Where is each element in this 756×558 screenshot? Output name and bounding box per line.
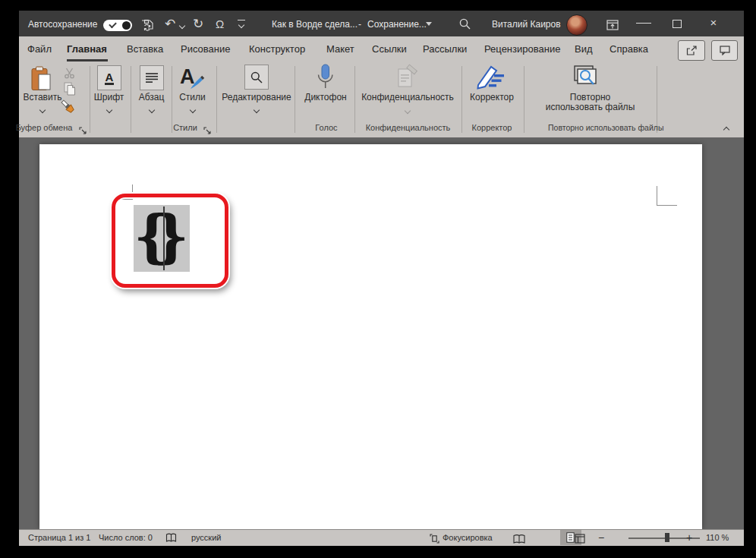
web-layout-button[interactable] [575,533,585,547]
format-painter-icon [60,99,78,117]
focus-label[interactable]: Фокусировка [443,533,493,542]
sensitivity-button[interactable] [395,64,418,91]
paste-icon [31,66,52,91]
zoom-slider-thumb[interactable] [665,533,669,542]
proofing-book-icon [165,533,177,543]
tab-review[interactable]: Рецензирование [484,43,560,55]
font-button[interactable]: А [97,65,121,90]
paste-label: Вставить [21,92,64,102]
title-separator: - [358,19,361,30]
focus-button[interactable] [430,533,439,547]
tab-insert[interactable]: Вставка [127,43,163,55]
special-characters-button[interactable]: Ω [216,17,224,30]
minimize-button[interactable] [636,23,651,24]
group-separator [461,66,462,133]
read-mode-icon [513,534,525,544]
maximize-button[interactable] [673,20,682,28]
sensitivity-label: Конфиденциальность [358,92,457,102]
sensitivity-icon [395,64,418,88]
editor-button[interactable] [474,65,505,93]
title-dropdown-icon[interactable] [426,22,432,26]
zoom-level[interactable]: 110 % [706,533,729,542]
zoom-out-button[interactable]: − [598,531,604,544]
editing-button[interactable] [244,65,269,90]
undo-dropdown-icon[interactable] [179,23,185,29]
tab-file[interactable]: Файл [27,43,52,55]
read-mode-button[interactable] [513,533,525,547]
font-label: Шрифт [88,92,130,102]
editing-label: Редактирование [222,92,291,102]
copy-button[interactable] [64,82,76,99]
group-separator [524,66,524,133]
styles-group-label: Стили [169,123,202,132]
user-name[interactable]: Виталий Каиров [492,19,561,30]
voice-group-label: Голос [312,123,341,132]
group-separator [354,66,355,133]
font-icon: А [105,71,115,85]
copy-icon [64,82,76,96]
paragraph-label: Абзац [131,92,172,102]
reuse-files-label: Повторно использовать файлы [544,93,636,112]
group-separator [295,66,295,133]
format-painter-button[interactable] [60,99,78,120]
clipboard-group-label: Буфер обмена [11,123,77,132]
dictate-label: Диктофон [301,92,350,102]
editor-group-label: Корректор [467,123,517,132]
tab-help[interactable]: Справка [610,43,648,55]
margin-mark-top-right-v [657,186,657,206]
title-bar: Автосохранение ↶ ↻ Ω Как в Ворде сдела..… [19,11,744,36]
document-save-status[interactable]: Сохранение... [367,19,427,30]
tab-mailings[interactable]: Рассылки [423,43,467,55]
undo-button[interactable]: ↶ [165,16,175,32]
page-info[interactable]: Страница 1 из 1 [28,533,90,542]
close-button[interactable]: × [706,16,721,29]
status-bar: Страница 1 из 1 Число слов: 0 русский Фо… [19,529,744,546]
print-layout-icon [566,532,575,543]
dialog-launcher-icon [203,127,211,134]
ribbon-display-options-button[interactable] [606,20,619,33]
styles-dialog-launcher[interactable] [203,124,211,137]
reuse-files-icon [574,65,599,89]
save-icon [141,19,155,31]
redo-button[interactable]: ↻ [193,16,203,32]
tab-design[interactable]: Конструктор [249,43,305,55]
tab-view[interactable]: Вид [575,43,593,55]
avatar[interactable] [566,14,587,36]
comments-button[interactable] [711,40,738,61]
cut-button[interactable] [64,68,75,82]
annotation-highlight-box [112,194,228,288]
share-button[interactable] [678,40,705,61]
proofing-button[interactable] [165,532,177,546]
save-button[interactable] [141,19,155,34]
active-tab-underline [67,59,108,61]
search-icon [459,18,471,30]
zoom-in-button[interactable]: + [686,531,692,544]
editor-label: Корректор [466,92,518,102]
reuse-files-button[interactable] [574,65,599,92]
styles-label: Стили [172,92,213,102]
ribbon-tab-row: Файл Главная Вставка Рисование Конструкт… [19,36,744,63]
language-selector[interactable]: русский [191,533,221,542]
tab-layout[interactable]: Макет [326,43,354,55]
document-title: Как в Ворде сдела... [272,19,358,30]
word-count[interactable]: Число слов: 0 [99,533,153,542]
scissors-icon [64,68,75,79]
toggle-knob [122,21,131,30]
comments-icon [720,46,730,55]
tab-home[interactable]: Главная [67,43,107,55]
clipboard-dialog-launcher[interactable] [79,124,87,137]
styles-button[interactable]: А [180,66,206,90]
margin-mark-top-right-h [657,205,677,206]
autosave-label: Автосохранение [28,19,97,30]
qat-dropdown-button[interactable] [238,20,245,20]
paragraph-button[interactable] [140,65,164,90]
dictate-button[interactable] [317,64,334,95]
tab-draw[interactable]: Рисование [181,43,230,55]
dictate-icon [317,64,334,92]
reuse-files-group-label: Повторно использовать файлы [548,123,656,132]
sensitivity-group-label: Конфиденциальность [361,123,455,132]
search-button[interactable] [459,18,471,33]
autosave-toggle[interactable] [103,20,132,31]
paste-button[interactable] [31,66,52,94]
tab-references[interactable]: Ссылки [372,43,407,55]
